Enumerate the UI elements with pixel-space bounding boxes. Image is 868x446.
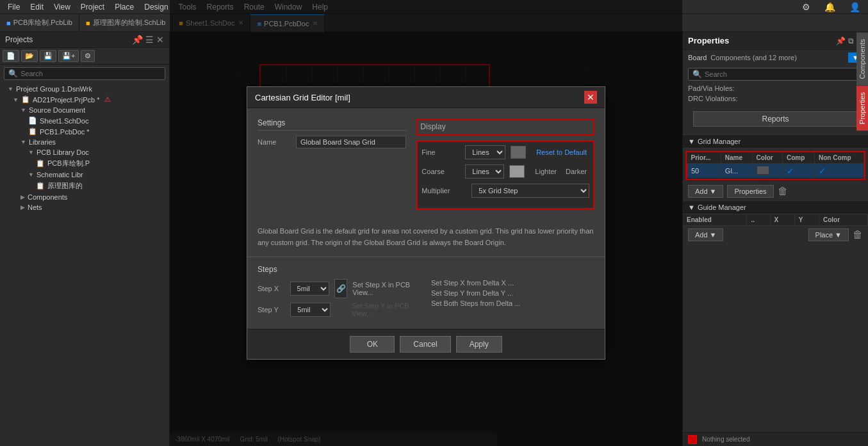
prop-float-icon[interactable]: ⧉	[848, 36, 854, 45]
grid-manager-header[interactable]: ▼ Grid Manager	[683, 134, 868, 148]
reports-button[interactable]: Reports	[693, 111, 858, 127]
dialog-overlay[interactable]: Cartesian Grid Editor [mil] ✕ Settings N…	[170, 0, 682, 446]
set-both-link[interactable]: Set Both Steps from Delta ...	[431, 299, 594, 307]
save-all-btn[interactable]: 💾+	[58, 50, 79, 62]
prop-pin-icon[interactable]: 📌	[836, 36, 846, 45]
tree-label: PCB1.PcbDoc *	[40, 128, 90, 136]
menu-edit[interactable]: Edit	[25, 1, 49, 13]
settings-section-title: Settings	[258, 118, 406, 131]
tree-item-nets[interactable]: ▶ Nets	[0, 202, 169, 212]
vtab-components[interactable]: Components	[856, 32, 868, 85]
save-btn[interactable]: 💾	[40, 50, 56, 62]
grid-manager-table-container: Prior... Name Color Comp Non Comp 50 Gl.…	[685, 151, 865, 180]
grid-row[interactable]: 50 Gl... ✓ ✓	[687, 164, 864, 179]
tree-item-project-group[interactable]: ▼ Project Group 1.DsnWrk	[0, 84, 169, 94]
grid-manager-collapse-icon: ▼	[688, 138, 695, 145]
darker-btn[interactable]: Darker	[563, 166, 589, 177]
prop-search-input[interactable]	[705, 70, 858, 78]
menu-design[interactable]: Design	[139, 1, 173, 13]
tree-item-components[interactable]: ▶ Components	[0, 192, 169, 202]
fine-select[interactable]: Lines Dots	[465, 145, 505, 159]
pin-icon[interactable]: 📌	[132, 35, 143, 45]
grid-add-button[interactable]: Add ▼	[688, 185, 723, 198]
tree-item-libraries[interactable]: ▼ Libraries	[0, 137, 169, 147]
grid-properties-button[interactable]: Properties	[727, 185, 773, 198]
tab-schlib-icon: ■	[86, 19, 90, 27]
set-y-delta-link[interactable]: Set Step Y from Delta Y ...	[431, 289, 594, 297]
search-input[interactable]	[20, 70, 161, 77]
vertical-tab-bar: Components Properties	[856, 32, 868, 131]
tree-item-source-doc[interactable]: ▼ Source Document	[0, 105, 169, 115]
set-step-y-pcb-link: Set Step Y in PCB View...	[352, 302, 421, 317]
coarse-select[interactable]: Lines Dots	[465, 164, 504, 179]
pad-via-row: Pad/Via Holes: 0	[683, 83, 868, 93]
tree-item-schlib-file[interactable]: 📋 原理图库的	[0, 180, 169, 192]
guide-delete-button[interactable]: 🗑	[853, 228, 863, 241]
add-label: Add	[695, 187, 708, 195]
account-icon[interactable]: 👤	[844, 1, 865, 13]
fine-color-swatch[interactable]	[511, 146, 526, 159]
vtab-properties[interactable]: Properties	[856, 85, 868, 131]
set-x-delta-link[interactable]: Set Step X from Delta X ...	[431, 279, 594, 287]
coarse-color-swatch[interactable]	[509, 165, 525, 178]
open-btn[interactable]: 📂	[21, 50, 38, 62]
tab-schlib[interactable]: ■ 原理图库的绘制.SchLib	[79, 14, 172, 32]
tree-icon: 📋	[21, 95, 30, 104]
grid-delete-button[interactable]: 🗑	[778, 186, 788, 197]
name-input[interactable]	[296, 136, 406, 148]
multiplier-select[interactable]: 1x Grid Step 2x Grid Step 5x Grid Step 1…	[471, 184, 589, 198]
guide-manager-header[interactable]: ▼ Guide Manager	[683, 200, 868, 214]
guide-col-x: X	[770, 214, 794, 226]
tree-item-pcb-lib-file[interactable]: 📋 PCB库绘制.P	[0, 157, 169, 170]
noncomp-check: ✓	[819, 166, 826, 176]
menu-view[interactable]: View	[49, 1, 76, 13]
set-step-x-pcb-link[interactable]: Set Step X in PCB View...	[352, 281, 421, 296]
col-name: Name	[721, 152, 752, 164]
guide-col-y: Y	[794, 214, 819, 226]
tree-item-schematic-lib[interactable]: ▼ Schematic Libr	[0, 170, 169, 180]
guide-place-button[interactable]: Place ▼	[808, 228, 849, 241]
properties-header: Properties 📌 ⧉ ✕	[683, 32, 868, 50]
right-panel: Properties 📌 ⧉ ✕ Components Properties B…	[682, 32, 868, 446]
color-swatch[interactable]	[757, 166, 769, 175]
panel-close-icon[interactable]: ✕	[156, 35, 164, 45]
guide-actions: Add ▼ Place ▼ 🗑	[683, 226, 868, 244]
step-x-select[interactable]: 5mil 10mil 1mil	[290, 282, 330, 296]
step-y-label: Step Y	[258, 306, 285, 314]
dialog-close-button[interactable]: ✕	[584, 91, 597, 104]
dialog-right-section: Display Fine Lines Dots Reset	[416, 118, 594, 216]
menu-project[interactable]: Project	[76, 1, 110, 13]
panel-header-icons: 📌 ☰ ✕	[132, 35, 164, 45]
col-priority: Prior...	[687, 152, 721, 164]
panel-menu-icon[interactable]: ☰	[145, 35, 154, 45]
tree-arrow: ▼	[20, 107, 26, 113]
tree-item-sheet1[interactable]: 📄 Sheet1.SchDoc	[0, 115, 169, 126]
step-link-btn[interactable]: 🔗	[334, 279, 347, 298]
prop-search-box: 🔍	[688, 68, 863, 81]
tab-schlib-label: 原理图库的绘制.SchLib	[93, 18, 166, 28]
menu-file[interactable]: File	[3, 1, 25, 13]
dialog-footer: OK Cancel Apply	[247, 329, 605, 359]
tab-pcblib[interactable]: ■ PCB库绘制.PcbLib	[0, 14, 79, 32]
ok-button[interactable]: OK	[350, 336, 395, 353]
cancel-button[interactable]: Cancel	[400, 336, 450, 353]
reset-default-btn[interactable]: Reset to Default	[534, 147, 589, 157]
settings-icon[interactable]: ⚙	[797, 1, 815, 13]
guide-add-button[interactable]: Add ▼	[688, 228, 723, 241]
notifications-icon[interactable]: 🔔	[819, 1, 840, 13]
dialog-left-section: Settings Name	[258, 118, 406, 216]
lighter-btn[interactable]: Lighter	[532, 166, 559, 177]
new-file-btn[interactable]: 📄	[3, 50, 19, 62]
apply-button[interactable]: Apply	[456, 336, 502, 353]
settings-btn[interactable]: ⚙	[81, 50, 95, 62]
tree-item-ad21project[interactable]: ▼ 📋 AD21Project.PrjPcb * ⚠	[0, 94, 169, 105]
bottom-right-status: Nothing selected	[682, 432, 868, 446]
step-y-select[interactable]: 5mil 10mil 1mil	[290, 303, 330, 317]
fine-row: Fine Lines Dots Reset to Default	[422, 145, 589, 159]
menu-place[interactable]: Place	[110, 1, 139, 13]
tree-item-pcb-library-doc[interactable]: ▼ PCB Library Doc	[0, 147, 169, 157]
reset-area: Reset to Default	[534, 147, 589, 157]
tree-item-pcb1[interactable]: 📋 PCB1.PcbDoc *	[0, 126, 169, 137]
tab-pcblib-label: PCB库绘制.PcbLib	[13, 18, 72, 28]
cell-name: Gl...	[721, 164, 752, 179]
